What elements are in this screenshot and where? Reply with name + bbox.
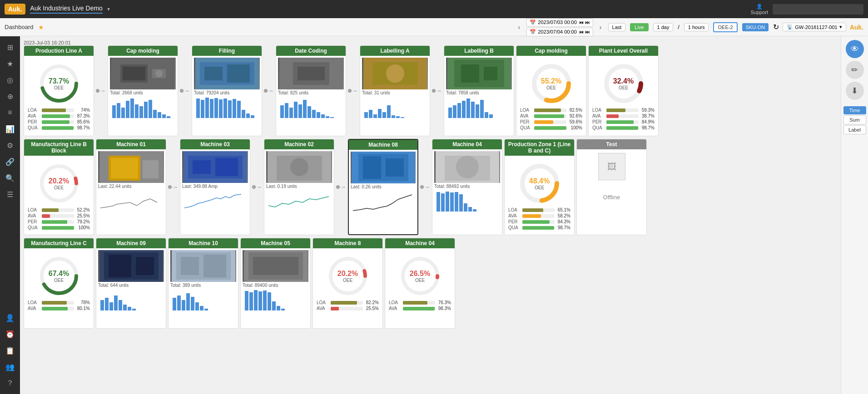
card-header-labelling-b: Labelling B [444,46,514,56]
offline-label: Offline [603,185,620,210]
svg-rect-145 [177,296,181,310]
svg-rect-141 [181,257,199,275]
svg-rect-14 [135,104,139,118]
sidebar-item-settings[interactable]: ⚙ [2,138,18,153]
image-icon: 🖼 [607,162,616,172]
sidebar-item-lines[interactable]: ≡ [2,105,18,120]
oee-value-mfg-b: 20.2% [49,177,69,185]
sidebar-item-help[interactable]: ？ [2,376,18,390]
svg-point-58 [386,64,404,83]
oee-section-mfg-c: 67.4% OEE LOA78% AVA80.1% [24,248,94,315]
sidebar-item-menu[interactable]: ☰ [2,187,18,202]
dot-6 [168,185,172,189]
sidebar-item-star[interactable]: ★ [2,56,18,71]
sku-button[interactable]: SKU-ON [742,23,769,31]
card-body-labelling-b: Total: 7858 units [444,56,514,122]
svg-rect-63 [378,109,382,118]
sidebar-item-user[interactable]: 👤 [2,310,18,325]
card-body-cap1: Total: 2668 units [108,56,178,122]
search-input[interactable] [773,4,863,15]
refresh-icon[interactable]: ↻ [773,23,779,31]
svg-rect-156 [245,291,248,310]
svg-rect-11 [121,108,125,118]
sidebar-item-search[interactable]: 🔍 [2,171,18,185]
card-machine-04: Machine 04 Total: 88492 units [432,139,502,235]
svg-rect-49 [303,100,307,118]
svg-rect-116 [450,192,454,212]
dot-3 [264,89,268,93]
svg-rect-33 [223,98,227,118]
metric-row-ava-prod-a: AVA 87.3% [28,113,90,118]
card-body-datecoding: Total: 825 units [276,56,346,122]
arrow-icon-9: → [424,183,430,191]
date-from-box[interactable]: 📅 2023/07/03 00:00 ⏮ ⏭ [526,18,593,27]
separator: / [678,24,679,30]
tab-label[interactable]: Label [843,125,866,134]
connector-7: → [252,139,262,235]
svg-rect-99 [182,190,246,212]
svg-rect-138 [132,309,136,310]
card-machine-04b: Machine 04 26.5% OEE [385,238,455,329]
favorite-star[interactable]: ★ [38,24,44,31]
row-1: Production Line A 73.7% OEE [24,45,837,136]
live-button[interactable]: Live [630,23,648,31]
gw-chevron: ▾ [839,24,842,30]
tab-sum[interactable]: Sum [843,115,866,124]
dot-8 [336,185,340,189]
svg-rect-94 [98,190,162,212]
card-header-plant: Plant Level Overall [589,46,658,56]
machine-image-labelling-a [362,58,428,89]
svg-rect-62 [373,114,377,118]
sidebar-item-link[interactable]: 🔗 [2,154,18,169]
svg-rect-107 [386,158,404,177]
tab-time[interactable]: Time [843,106,866,114]
sidebar-item-chart[interactable]: 📊 [2,122,18,136]
svg-rect-121 [473,209,476,212]
sidebar-item-add[interactable]: ⊕ [2,89,18,103]
svg-rect-119 [464,203,467,212]
sidebar-item-report[interactable]: 📋 [2,343,18,358]
svg-rect-44 [280,105,284,118]
metric-row-per-prod-a: PER 85.6% [28,119,90,124]
chart-labelling-b [446,96,510,119]
connector-5: → [432,45,442,136]
card-labelling-b: Labelling B Total: 7858 units [444,45,514,136]
total-filling: Total: 79204 units [194,90,260,95]
sidebar-item-clock[interactable]: ⏰ [2,327,18,341]
nav-chevron-icon[interactable]: ▾ [107,6,110,12]
oee-value-prod-a: 73.7% [49,77,69,85]
svg-rect-134 [114,296,118,310]
edit-button[interactable]: ✏ [846,61,864,79]
sidebar-item-circle[interactable]: ◎ [2,73,18,87]
chart-datecoding [278,96,342,119]
oee-value-pz1: 48.4% [529,177,550,185]
gateway-selector[interactable]: 📡 GW-20181127-001 ▾ [783,23,846,31]
next-arrow[interactable]: › [598,24,604,31]
oee2-button[interactable]: OEE-2 [713,22,737,32]
total-labelling-a: Total: 31 units [362,90,428,95]
prev-arrow[interactable]: ‹ [516,24,522,31]
support-button[interactable]: 👤 Support [750,4,768,15]
last-label: Last [608,23,626,31]
view-button[interactable]: 👁 [846,40,864,58]
download-button[interactable]: ⬇ [846,82,864,100]
logo: Auk. [5,4,25,15]
dot-2 [180,89,184,93]
date-to-box[interactable]: 📅 2023/07/04 00:00 ⏮ ⏭ [526,28,593,36]
svg-rect-36 [237,101,241,118]
svg-rect-148 [191,297,194,310]
sidebar-item-team[interactable]: 👥 [2,360,18,374]
sidebar-item-grid[interactable]: ⊞ [2,40,18,54]
svg-rect-128 [109,255,131,277]
svg-rect-106 [363,156,381,179]
card-machine-08: Machine 08 Last: 0.26 units [348,139,418,235]
metric-row-loa-prod-a: LOA 74% [28,108,90,113]
card-header-m09: Machine 09 [96,238,166,248]
svg-rect-149 [195,302,199,310]
card-body-m08: Last: 0.26 units [349,150,417,216]
svg-rect-132 [105,298,109,310]
svg-point-6 [155,70,163,77]
wifi-icon: 📡 [787,24,793,30]
chart-m02 [266,190,330,212]
svg-rect-113 [436,192,440,212]
